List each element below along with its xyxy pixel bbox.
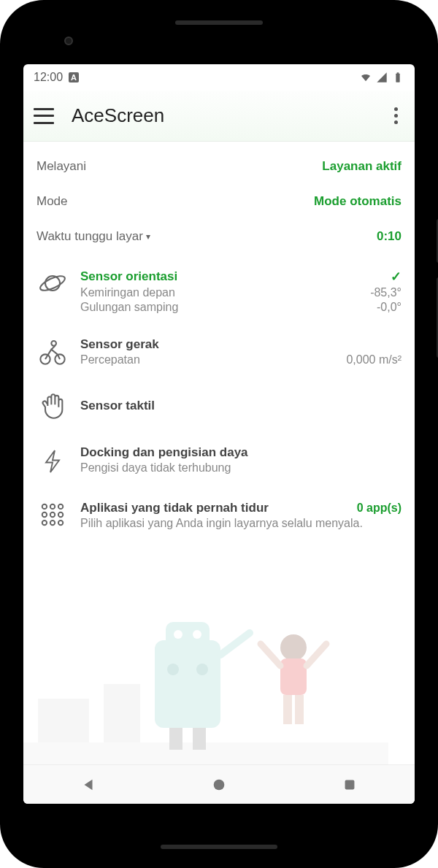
- recent-button-icon[interactable]: [342, 777, 358, 793]
- accel-label: Percepatan: [80, 353, 140, 366]
- screen: 12:00 A AceScreen: [23, 64, 415, 804]
- svg-line-32: [261, 644, 280, 666]
- svg-point-28: [280, 634, 307, 661]
- dropdown-caret-icon: ▾: [146, 231, 150, 242]
- service-value: Layanan aktif: [322, 159, 402, 174]
- neversleep-block[interactable]: Aplikasi yang tidak pernah tidur 0 app(s…: [36, 489, 402, 542]
- svg-rect-0: [396, 74, 399, 82]
- orientation-sensor-block[interactable]: Sensor orientasi ✓ Kemiringan depan -85,…: [36, 257, 402, 326]
- hand-icon: [36, 390, 69, 422]
- svg-point-11: [50, 512, 55, 517]
- docking-sub: Pengisi daya tidak terhubung: [80, 460, 402, 475]
- svg-line-33: [307, 644, 326, 666]
- status-bar: 12:00 A: [23, 64, 415, 91]
- svg-rect-1: [397, 72, 399, 74]
- svg-point-8: [50, 504, 55, 509]
- status-text-indicator-icon: A: [69, 72, 79, 82]
- mode-label: Mode: [36, 194, 68, 209]
- neversleep-sub: Pilih aplikasi yang Anda ingin layarnya …: [80, 515, 402, 530]
- roll-value: -0,0°: [377, 301, 402, 314]
- neversleep-title: Aplikasi yang tidak pernah tidur: [80, 501, 269, 515]
- svg-rect-25: [169, 728, 182, 750]
- svg-rect-26: [193, 728, 206, 750]
- status-time: 12:00: [34, 71, 63, 84]
- orientation-title: Sensor orientasi: [80, 269, 177, 284]
- cellular-icon: [375, 72, 388, 83]
- svg-rect-19: [155, 640, 220, 728]
- docking-block[interactable]: Docking dan pengisian daya Pengisi daya …: [36, 434, 402, 489]
- svg-point-13: [42, 521, 47, 525]
- svg-point-22: [193, 630, 201, 639]
- device-speaker: [175, 20, 263, 25]
- svg-rect-20: [166, 622, 210, 651]
- svg-point-24: [196, 664, 208, 675]
- tilt-label: Kemiringan depan: [80, 286, 175, 299]
- planet-icon: [36, 269, 69, 314]
- timeout-label: Waktu tunggu layar: [36, 229, 143, 244]
- svg-rect-17: [38, 699, 89, 742]
- svg-point-23: [167, 664, 179, 675]
- docking-title: Docking dan pengisian daya: [80, 445, 402, 460]
- svg-rect-35: [345, 780, 354, 789]
- timeout-value: 0:10: [377, 229, 402, 244]
- svg-point-9: [58, 504, 63, 509]
- motion-sensor-block[interactable]: Sensor gerak Percepatan 0,000 m/s²: [36, 326, 402, 378]
- tilt-value: -85,3°: [370, 286, 402, 299]
- svg-point-6: [51, 341, 56, 346]
- timeout-row[interactable]: Waktu tunggu layar ▾ 0:10: [36, 219, 402, 257]
- svg-rect-31: [295, 695, 304, 724]
- lightning-icon: [36, 445, 69, 477]
- menu-icon[interactable]: [34, 108, 54, 124]
- grid-icon: [36, 501, 69, 530]
- device-camera: [64, 37, 73, 45]
- device-speaker-bottom: [161, 845, 277, 849]
- wifi-icon: [359, 72, 372, 83]
- home-button-icon[interactable]: [211, 777, 227, 793]
- service-row[interactable]: Melayani Layanan aktif: [36, 149, 402, 184]
- svg-point-12: [58, 512, 63, 517]
- back-button-icon[interactable]: [80, 777, 96, 793]
- phone-frame: 12:00 A AceScreen: [0, 0, 438, 868]
- mode-row[interactable]: Mode Mode otomatis: [36, 184, 402, 219]
- neversleep-count: 0 app(s): [357, 502, 402, 515]
- svg-line-27: [220, 633, 250, 655]
- check-icon: ✓: [391, 269, 402, 285]
- more-options-icon[interactable]: [387, 107, 404, 124]
- mode-value: Mode otomatis: [314, 194, 402, 209]
- svg-point-21: [174, 630, 182, 639]
- svg-point-14: [50, 521, 55, 525]
- svg-rect-29: [280, 658, 307, 695]
- svg-point-7: [42, 504, 47, 509]
- svg-point-34: [214, 779, 225, 790]
- background-illustration: [23, 582, 388, 764]
- service-label: Melayani: [36, 159, 86, 174]
- app-title: AceScreen: [72, 104, 387, 127]
- app-bar: AceScreen: [23, 91, 415, 142]
- tactile-sensor-block[interactable]: Sensor taktil: [36, 378, 402, 434]
- motion-title: Sensor gerak: [80, 337, 159, 352]
- svg-rect-16: [23, 742, 388, 764]
- accel-value: 0,000 m/s²: [346, 353, 402, 366]
- battery-icon: [391, 72, 404, 83]
- svg-rect-18: [104, 684, 140, 742]
- roll-label: Gulungan samping: [80, 301, 178, 314]
- svg-point-15: [58, 521, 63, 525]
- svg-rect-30: [283, 695, 292, 724]
- tactile-title: Sensor taktil: [80, 399, 155, 413]
- navigation-bar: [23, 764, 415, 804]
- content: Melayani Layanan aktif Mode Mode otomati…: [23, 142, 415, 764]
- svg-point-10: [42, 512, 47, 517]
- cyclist-icon: [36, 337, 69, 366]
